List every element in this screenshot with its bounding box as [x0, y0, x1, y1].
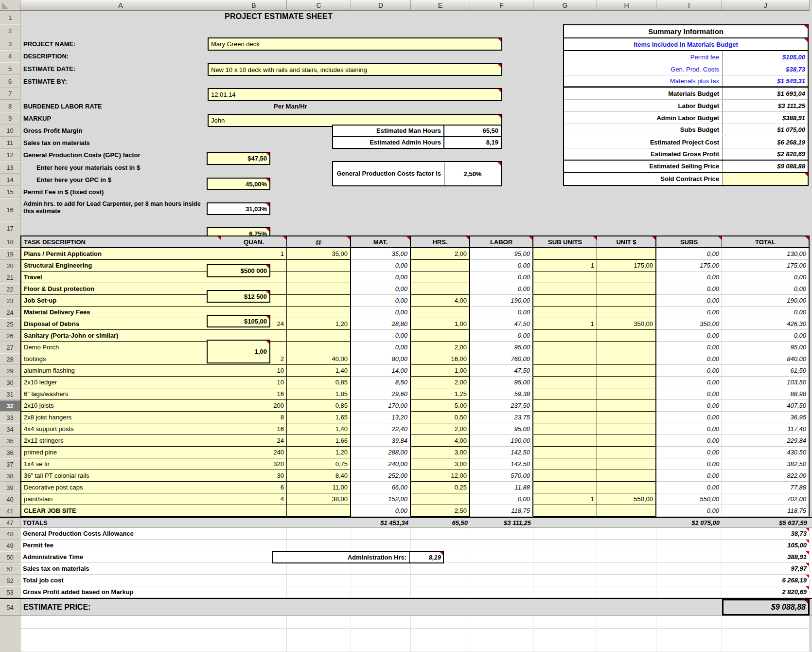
cell-hours[interactable]: 16,00 [411, 353, 470, 365]
summary-row-value[interactable]: $1 693,04 [722, 88, 808, 99]
header-hrs[interactable]: HRS. [411, 235, 470, 248]
cell-task-description[interactable]: aluminum flashing [20, 365, 221, 377]
summary-row-label[interactable]: Admin Labor Budget [564, 112, 722, 124]
cell-subs[interactable]: 0,00 [656, 447, 722, 458]
row-number[interactable]: 49 [0, 540, 20, 551]
cell-sub-units[interactable] [533, 330, 597, 342]
summary-row-value[interactable]: $3 111,25 [722, 100, 808, 111]
admin-hours-box-value[interactable]: 8,19 [444, 137, 501, 148]
burdened-labor-rate-cell[interactable]: $47,50 [207, 152, 270, 165]
row-number[interactable]: 6 [0, 75, 20, 88]
permit-fee-label[interactable]: Permit Fee in $ (fixed cost) [23, 186, 104, 198]
cell-material[interactable]: 66,00 [351, 482, 411, 493]
materials-cost-cell[interactable]: $500 000 [207, 264, 270, 277]
project-name-cell[interactable]: Mary Green deck [208, 37, 502, 51]
cell-task-description[interactable]: 4x4 support posts [20, 423, 221, 435]
row-number[interactable]: 17 [0, 221, 20, 235]
cell-labor[interactable]: 47,50 [470, 365, 533, 377]
cell-unit-price[interactable] [597, 295, 656, 307]
cell-material[interactable]: 0,00 [351, 342, 411, 353]
cell-unit-price[interactable] [597, 377, 656, 388]
cell-hours[interactable] [411, 330, 470, 342]
row-number[interactable]: 8 [0, 100, 20, 112]
cell-labor[interactable]: 23,75 [470, 412, 533, 423]
cell-total[interactable]: 407,50 [722, 400, 810, 412]
cell-total[interactable]: 426,30 [722, 318, 810, 330]
header-sub-units[interactable]: SUB UNITS [533, 235, 597, 248]
cell-unit-cost[interactable]: 0,75 [287, 458, 351, 470]
cell-unit-cost[interactable]: 1,40 [287, 423, 351, 435]
cell-labor[interactable]: 95,00 [470, 342, 533, 353]
cell-hours[interactable]: 2,00 [411, 342, 470, 353]
cell-subs[interactable]: 0,00 [656, 412, 722, 423]
cell-material[interactable]: 28,80 [351, 318, 411, 330]
row-number[interactable]: 9 [0, 112, 20, 125]
cell-total[interactable]: 36,95 [722, 412, 810, 423]
cell-quantity[interactable]: 16 [221, 423, 287, 435]
estimate-by-label[interactable]: ESTIMATE BY: [23, 75, 67, 88]
cell-unit-price[interactable] [597, 470, 656, 482]
row-number[interactable]: 48 [0, 528, 20, 540]
cell-total[interactable]: 88,98 [722, 388, 810, 400]
row-number[interactable]: 27 [0, 342, 20, 353]
summary-subtitle[interactable]: Items Included in Materials Budget [564, 38, 808, 51]
cell-subs[interactable]: 0,00 [656, 248, 722, 260]
cell-subs[interactable]: 0,00 [656, 330, 722, 342]
row-number[interactable]: 35 [0, 435, 20, 447]
summary-row-value[interactable]: $1 075,00 [722, 124, 808, 135]
gpc-box-value[interactable]: 2,50% [444, 162, 501, 185]
summary-row-value[interactable]: $388,91 [722, 112, 808, 124]
cell-task-description[interactable]: Material Delivery Fees [20, 307, 221, 318]
cost-summary-value[interactable]: 2 820,69 [722, 586, 810, 598]
header-unit-price[interactable]: UNIT $ [597, 235, 656, 248]
cell-unit-cost[interactable]: 1,20 [287, 447, 351, 458]
cell-hours[interactable]: 4,00 [411, 435, 470, 447]
cell-quantity[interactable]: 10 [221, 377, 287, 388]
cell-hours[interactable] [411, 272, 470, 283]
cell-material[interactable]: 35,00 [351, 248, 411, 260]
header-subs[interactable]: SUBS [656, 235, 722, 248]
cell-total[interactable]: 175,00 [722, 260, 810, 272]
cell-sub-units[interactable]: 1 [533, 493, 597, 505]
cell-labor[interactable]: 95,00 [470, 248, 533, 260]
column-header-f[interactable]: F [470, 0, 533, 11]
cell-unit-price[interactable] [597, 353, 656, 365]
cell-unit-price[interactable] [597, 423, 656, 435]
summary-row-label[interactable]: Materials Budget [564, 88, 722, 99]
cell-labor[interactable]: 190,00 [470, 295, 533, 307]
per-man-hr-label[interactable]: Per Man/Hr [274, 100, 307, 113]
cell-task-description[interactable]: footings [20, 353, 221, 365]
cell-material[interactable]: 170,00 [351, 400, 411, 412]
row-number[interactable]: 11 [0, 137, 20, 149]
cell-unit-price[interactable]: 175,00 [597, 260, 656, 272]
gpc-factor-label[interactable]: General Production Costs (GPC) factor [23, 149, 141, 161]
cell-total[interactable]: 61,50 [722, 365, 810, 377]
gpc-box-label[interactable]: General Production Costs factor is [333, 162, 444, 185]
cell-material[interactable]: 22,40 [351, 423, 411, 435]
cell-unit-price[interactable] [597, 283, 656, 295]
cell-labor[interactable]: 570,00 [470, 470, 533, 482]
gpc-dollars-label[interactable]: Enter here your GPC in $ [36, 174, 111, 186]
cell-task-description[interactable]: 2x8 joist hangers [20, 412, 221, 423]
cell-material[interactable]: 13,20 [351, 412, 411, 423]
cell-total[interactable]: 229,84 [722, 435, 810, 447]
cell-unit-price[interactable] [597, 388, 656, 400]
summary-row-label[interactable]: Sold Contract Price [564, 173, 722, 185]
row-number[interactable]: 21 [0, 272, 20, 283]
cell-total[interactable]: 430,50 [722, 447, 810, 458]
row-number[interactable]: 40 [0, 493, 20, 505]
row-number[interactable]: 13 [0, 161, 20, 174]
row-number[interactable]: 31 [0, 388, 20, 400]
summary-row-label[interactable]: Labor Budget [564, 100, 722, 111]
cell-hours[interactable]: 3,00 [411, 458, 470, 470]
row-number[interactable]: 12 [0, 149, 20, 161]
row-number[interactable]: 7 [0, 88, 20, 100]
cost-summary-label[interactable]: Sales tax on materials [20, 563, 221, 575]
cell-quantity[interactable]: 16 [221, 388, 287, 400]
cell-hours[interactable]: 0,25 [411, 482, 470, 493]
cell-subs[interactable]: 0,00 [656, 283, 722, 295]
row-number[interactable]: 26 [0, 330, 20, 342]
cell-total[interactable]: 95,00 [722, 342, 810, 353]
estimate-date-cell[interactable]: 12.01.14 [208, 88, 502, 101]
cell-unit-cost[interactable]: 1,40 [287, 365, 351, 377]
